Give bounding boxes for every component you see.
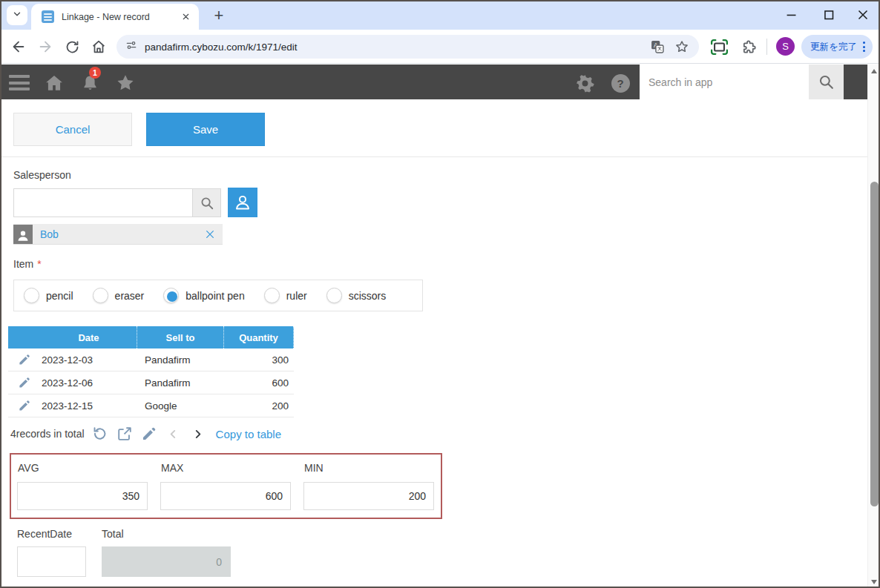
radio-option-ruler[interactable]: ruler (264, 288, 307, 303)
maximize-button[interactable] (818, 4, 840, 25)
item-radio-group: pencil eraser ballpoint pen ruler scisso… (13, 280, 423, 311)
back-button[interactable] (10, 38, 27, 56)
save-button[interactable]: Save (146, 113, 265, 146)
cancel-button[interactable]: Cancel (13, 113, 132, 146)
tab-close-icon[interactable] (178, 10, 193, 24)
search-icon (200, 196, 214, 211)
table-row: 2023-12-03 Pandafirm 300 (8, 348, 294, 371)
favorites-star-icon[interactable] (114, 71, 137, 95)
records-summary: 4records in total (10, 428, 85, 440)
browser-tab-strip: Linkage - New record + (0, 0, 880, 30)
max-label: MAX (161, 462, 183, 474)
app-search-box[interactable] (640, 65, 809, 99)
avg-input[interactable] (17, 482, 148, 510)
selected-user-chip: Bob (13, 224, 223, 245)
translate-icon[interactable]: A (647, 36, 668, 57)
open-in-new-icon[interactable] (116, 425, 134, 443)
select-user-button[interactable] (228, 188, 257, 217)
radio-circle[interactable] (93, 288, 108, 303)
new-tab-button[interactable]: + (208, 5, 229, 26)
copy-to-table-link[interactable]: Copy to table (216, 428, 281, 440)
edit-pencil-icon[interactable] (8, 353, 41, 366)
site-settings-icon[interactable] (125, 39, 137, 54)
scrollbar-thumb[interactable] (870, 182, 879, 506)
reload-button[interactable] (63, 38, 81, 56)
total-input (102, 546, 231, 577)
user-avatar-icon (13, 225, 33, 244)
next-page-chevron-icon[interactable] (189, 425, 207, 443)
remove-user-icon[interactable] (200, 225, 220, 244)
selected-user-name[interactable]: Bob (40, 228, 200, 240)
radio-option-scissors[interactable]: scissors (326, 288, 387, 303)
table-row: 2023-12-06 Pandafirm 600 (8, 371, 294, 394)
settings-gear-icon[interactable] (573, 71, 597, 95)
avg-label: AVG (18, 462, 39, 474)
edit-pencil-icon[interactable] (140, 425, 158, 443)
browser-menu-icon[interactable] (861, 40, 867, 53)
radio-circle[interactable] (326, 288, 342, 303)
chrome-update-button[interactable]: 更新を完了 (801, 35, 873, 59)
minimize-button[interactable] (781, 4, 803, 25)
radio-option-pencil[interactable]: pencil (24, 288, 73, 303)
toolbar-separator (766, 39, 767, 55)
search-icon (818, 73, 835, 90)
hamburger-menu-icon[interactable] (9, 75, 30, 94)
col-header-date[interactable]: Date (41, 326, 137, 348)
scroll-up-arrow[interactable] (868, 65, 880, 77)
item-label: Item* (13, 258, 42, 270)
home-button[interactable] (90, 38, 108, 56)
salesperson-search-input[interactable] (14, 189, 192, 217)
url-bar[interactable]: pandafirm.cybozu.com/k/1971/edit (116, 35, 699, 59)
radio-circle-selected[interactable] (163, 288, 179, 303)
chevron-down-icon (12, 9, 22, 22)
app-search-button[interactable] (809, 65, 844, 99)
salesperson-search-button[interactable] (192, 189, 220, 217)
radio-circle[interactable] (264, 288, 280, 303)
close-window-button[interactable] (852, 4, 874, 25)
min-input[interactable] (303, 482, 434, 510)
person-icon (233, 193, 252, 212)
recent-date-label: RecentDate (17, 528, 72, 540)
browser-window: Linkage - New record + pandafirm.cybozu (0, 0, 880, 588)
recent-date-input[interactable] (17, 546, 86, 577)
radio-option-ballpoint-pen[interactable]: ballpoint pen (163, 288, 244, 303)
help-icon[interactable]: ? (608, 71, 632, 95)
url-text: pandafirm.cybozu.com/k/1971/edit (145, 42, 692, 53)
edit-pencil-icon[interactable] (8, 376, 41, 389)
radio-option-eraser[interactable]: eraser (93, 288, 145, 303)
forward-button[interactable] (36, 38, 54, 56)
prev-page-chevron-icon (165, 425, 183, 443)
portal-home-icon[interactable] (42, 71, 66, 95)
scroll-down-arrow[interactable] (868, 575, 880, 588)
profile-avatar[interactable]: S (776, 37, 795, 56)
table-row: 2023-12-15 Google 200 (8, 394, 294, 417)
required-mark: * (37, 258, 41, 270)
screen-capture-extension-icon[interactable] (709, 36, 729, 57)
records-table: Date Sell to Quantity 2023-12-03 Pandafi… (8, 326, 294, 417)
update-button-label: 更新を完了 (810, 41, 857, 53)
salesperson-picker (13, 188, 221, 217)
section-divider (0, 156, 867, 157)
tab-search-button[interactable] (7, 5, 27, 25)
bookmark-star-icon[interactable] (672, 36, 692, 57)
radio-circle[interactable] (24, 288, 39, 303)
app-favicon-icon (42, 10, 54, 23)
table-footer: 4records in total Copy to table (10, 423, 281, 445)
app-search-input[interactable] (640, 65, 809, 99)
notification-badge: 1 (89, 67, 101, 79)
col-header-quantity[interactable]: Quantity (224, 326, 294, 348)
min-label: MIN (304, 462, 324, 474)
table-header: Date Sell to Quantity (8, 326, 294, 348)
max-input[interactable] (160, 482, 291, 510)
extensions-puzzle-icon[interactable] (738, 36, 759, 57)
edit-pencil-icon[interactable] (8, 399, 41, 412)
salesperson-label: Salesperson (13, 169, 71, 181)
total-label: Total (102, 528, 124, 540)
browser-tab[interactable]: Linkage - New record (31, 4, 199, 30)
tab-title: Linkage - New record (62, 12, 178, 22)
refresh-icon[interactable] (91, 425, 109, 443)
page-scrollbar[interactable] (867, 65, 880, 588)
col-header-sell-to[interactable]: Sell to (137, 326, 224, 348)
